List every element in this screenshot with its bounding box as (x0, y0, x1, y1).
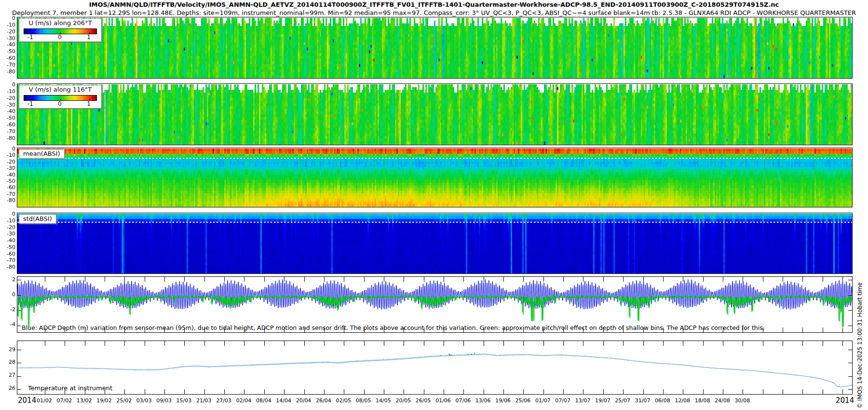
y-tick-label: 0 (1, 211, 15, 217)
y-tick-label: -70 (1, 257, 15, 263)
y-tick-label: -50 (1, 48, 15, 55)
y-tick-label: 27 (1, 372, 15, 378)
y-tick-label: 29 (1, 346, 15, 353)
x-tick-label: 01/07 (532, 397, 554, 404)
x-tick-label: 18/08 (692, 397, 713, 404)
adcp-summary-figure: IMOS/ANMN/QLD/ITFFTB/Velocity/IMOS_ANMN-… (0, 0, 868, 410)
x-tick-label: 06/08 (652, 397, 673, 404)
x-tick-label: 09/03 (153, 397, 175, 404)
x-tick-label: 12/08 (672, 397, 693, 404)
x-tick-label: 01/06 (433, 397, 454, 404)
y-tick-label: 2 (1, 276, 15, 283)
u-velocity-heatmap (17, 17, 852, 78)
x-tick-label: 14/05 (373, 397, 394, 404)
figure-subtitle: Deployment 7, member 1 lat=12.29S lon=12… (0, 9, 868, 16)
panel-depth-variation: Blue: ADCP Depth (m) variation from sens… (17, 276, 853, 333)
y-tick-label: -50 (1, 178, 15, 184)
figure-title: IMOS/ANMN/QLD/ITFFTB/Velocity/IMOS_ANMN-… (0, 1, 868, 8)
mean-absi-heatmap (17, 148, 852, 207)
u-colorbar-legend: U (m/s) along 206°T -1 0 1 (19, 18, 102, 42)
y-tick-label: -40 (1, 41, 15, 48)
x-tick-label: 25/02 (113, 397, 135, 404)
panel-std-absi: std(ABSI) 0-10-20-30-40-50-60-70-80 (17, 213, 853, 274)
x-tick-label: 25/07 (612, 397, 633, 404)
y-tick-label: -10 (1, 88, 15, 95)
y-tick-label: 0 (1, 82, 15, 88)
x-tick-label: 26/05 (413, 397, 434, 404)
v-legend-title: V (m/s) along 116°T (19, 86, 101, 93)
y-tick-label: -60 (1, 184, 15, 191)
x-tick-label: 21/03 (193, 397, 215, 404)
y-tick-label: 28 (1, 359, 15, 365)
u-colorbar-tick: 0 (53, 34, 67, 41)
x-tick-label: 13/02 (74, 397, 95, 404)
y-tick-label: -10 (1, 22, 15, 28)
y-tick-label: -20 (1, 224, 15, 231)
x-tick-label: 19/07 (592, 397, 613, 404)
x-tick-label: 07/02 (54, 397, 75, 404)
mean-absi-label: mean(ABSI) (19, 149, 65, 159)
panel-v-velocity: V (m/s) along 116°T -1 0 1 0-10-20-30-40… (17, 83, 853, 145)
y-tick-label: -50 (1, 244, 15, 250)
x-axis-year-right: 2014 (836, 396, 854, 405)
v-colorbar-tick: -1 (23, 100, 38, 107)
x-tick-label: 20/05 (393, 397, 414, 404)
y-tick-label: -30 (1, 35, 15, 41)
x-tick-label: 13/07 (572, 397, 593, 404)
x-tick-label: 31/07 (632, 397, 653, 404)
depth-variation-plot (17, 277, 852, 332)
std-absi-label: std(ABSI) (19, 214, 56, 224)
y-tick-label: -20 (1, 95, 15, 101)
x-tick-label: 02/05 (333, 397, 354, 404)
x-tick-label: 13/06 (473, 397, 494, 404)
x-tick-label: 24/08 (712, 397, 733, 404)
y-tick-label: 0 (1, 15, 15, 21)
x-tick-label: 26/04 (313, 397, 334, 404)
y-tick-label: 0 (1, 291, 15, 298)
y-tick-label: -40 (1, 237, 15, 244)
v-colorbar-tick: 1 (81, 100, 96, 107)
u-colorbar-tick: -1 (23, 34, 38, 41)
panel-u-velocity: U (m/s) along 206°T -1 0 1 0-10-20-30-40… (17, 17, 853, 79)
y-tick-label: -80 (1, 264, 15, 270)
y-tick-label: -50 (1, 115, 15, 121)
x-tick-label: 14/04 (273, 397, 294, 404)
v-velocity-heatmap (17, 84, 852, 145)
y-tick-label: -4 (1, 321, 15, 328)
x-tick-label: 08/05 (353, 397, 374, 404)
x-tick-label: 03/03 (134, 397, 155, 404)
y-tick-label: -60 (1, 251, 15, 257)
y-tick-label: -80 (1, 197, 15, 204)
x-tick-label: 02/04 (233, 397, 254, 404)
y-tick-label: -10 (1, 152, 15, 158)
x-tick-label: 30/08 (732, 397, 753, 404)
x-tick-label: 07/07 (552, 397, 573, 404)
y-tick-label: 26 (1, 385, 15, 391)
y-tick-label: -40 (1, 172, 15, 178)
y-tick-label: -80 (1, 68, 15, 75)
y-tick-label: -20 (1, 159, 15, 165)
y-tick-label: -80 (1, 135, 15, 141)
y-tick-label: -30 (1, 165, 15, 171)
panel-temperature: Temperature at instrument 29282726 (17, 341, 853, 395)
y-tick-label: -70 (1, 128, 15, 135)
x-tick-label: 20/04 (293, 397, 314, 404)
y-tick-label: 0 (1, 146, 15, 152)
x-tick-label: 19/02 (94, 397, 115, 404)
y-tick-label: -10 (1, 218, 15, 224)
y-tick-label: -20 (1, 28, 15, 35)
x-tick-label: 27/03 (213, 397, 234, 404)
x-tick-label: 08/04 (253, 397, 274, 404)
y-tick-label: -70 (1, 191, 15, 197)
temperature-plot (17, 341, 852, 394)
x-tick-label: 15/03 (173, 397, 194, 404)
y-tick-label: -60 (1, 122, 15, 128)
imos-watermark: © IMOS 14-Dec-2025 13:00:31 Hobart time (856, 282, 863, 409)
v-colorbar-tick: 0 (53, 100, 67, 107)
x-tick-label: 25/06 (512, 397, 533, 404)
panel-mean-absi: mean(ABSI) 0-10-20-30-40-50-60-70-80 (17, 148, 853, 207)
x-tick-label: 07/06 (452, 397, 474, 404)
u-legend-title: U (m/s) along 206°T (19, 19, 101, 27)
u-colorbar-tick: 1 (81, 34, 96, 41)
y-tick-label: -30 (1, 231, 15, 237)
